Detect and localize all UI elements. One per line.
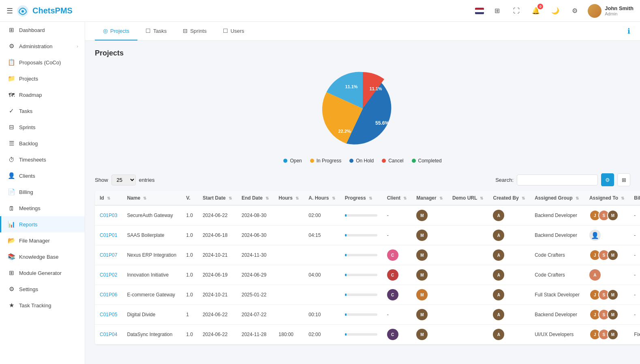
- sidebar-item-clients[interactable]: 👤 Clients: [0, 168, 85, 184]
- project-assigned-to: JSM: [584, 245, 629, 265]
- settings-button[interactable]: ⚙: [568, 4, 581, 17]
- filter-button[interactable]: ⚙: [601, 173, 614, 186]
- tab-label: Sprints: [190, 28, 206, 34]
- sidebar-item-meetings[interactable]: 🗓 Meetings: [0, 200, 85, 216]
- project-assigned-to: A: [584, 265, 629, 285]
- notifications-badge: 0: [537, 4, 543, 9]
- project-progress: [340, 325, 382, 345]
- sidebar-item-module-generator[interactable]: ⊞ Module Generator: [0, 265, 85, 281]
- sidebar-item-backlog[interactable]: ☰ Backlog: [0, 135, 85, 151]
- legend-cancel: Cancel: [382, 158, 403, 164]
- tab-sprints[interactable]: ⊟ Sprints: [175, 22, 214, 40]
- project-manager: M: [411, 245, 447, 265]
- chart-container: 11.1% 11.1% 55.6% 22.2% Open In Progress: [95, 64, 630, 164]
- project-start-date: 2024-06-18: [198, 226, 237, 245]
- project-id-link[interactable]: C01P05: [100, 312, 117, 317]
- sidebar-item-knowledge-base[interactable]: 📚 Knowledge Base: [0, 249, 85, 265]
- fullscreen-button[interactable]: ⛶: [510, 4, 523, 17]
- sidebar-item-billing[interactable]: 📄 Billing: [0, 184, 85, 200]
- sidebar-item-settings[interactable]: ⚙ Settings: [0, 281, 85, 297]
- sidebar-item-reports[interactable]: 📊 Reports: [0, 216, 85, 232]
- project-manager: M: [411, 265, 447, 285]
- theme-toggle[interactable]: 🌙: [549, 4, 562, 17]
- project-id-link[interactable]: C01P03: [100, 213, 117, 218]
- sidebar-item-label: File Manager: [19, 238, 50, 244]
- user-info[interactable]: John Smith Admin: [588, 4, 634, 18]
- project-name: Innovation Initiative: [122, 265, 181, 285]
- export-button[interactable]: ⊞: [617, 173, 630, 186]
- tab-users[interactable]: ☐ Users: [215, 22, 253, 40]
- project-id-link[interactable]: C01P07: [100, 252, 117, 258]
- onhold-dot: [349, 159, 353, 163]
- project-created-by: A: [488, 245, 530, 265]
- project-client: C: [382, 285, 412, 305]
- search-area: Search: ⚙ ⊞: [495, 173, 630, 186]
- sidebar-item-roadmap[interactable]: 🗺 Roadmap: [0, 87, 85, 103]
- col-end-date: End Date ⇅: [237, 191, 274, 205]
- project-hours: [274, 205, 304, 226]
- search-label: Search:: [495, 177, 514, 183]
- project-hours: [274, 226, 304, 245]
- project-client: -: [382, 205, 412, 226]
- project-demo-url: [447, 265, 488, 285]
- project-assigned-group: Full Stack Developer: [530, 285, 584, 305]
- reports-icon: 📊: [8, 221, 15, 228]
- tasks-tab-icon: ☐: [146, 28, 151, 34]
- project-assigned-group: Backend Developer: [530, 205, 584, 226]
- project-created-by: A: [488, 265, 530, 285]
- project-manager: M: [411, 226, 447, 245]
- sidebar-item-timesheets[interactable]: ⏱ Timesheets: [0, 151, 85, 168]
- entries-select[interactable]: 25 10 50 100: [111, 175, 136, 185]
- data-table: Id ⇅ Name ⇅ V. Start Date ⇅ End Date ⇅ H…: [95, 191, 640, 345]
- project-client: -: [382, 226, 412, 245]
- project-assigned-group: Backend Developer: [530, 305, 584, 325]
- tab-tasks[interactable]: ☐ Tasks: [137, 22, 175, 40]
- table-header: Id ⇅ Name ⇅ V. Start Date ⇅ End Date ⇅ H…: [95, 191, 640, 205]
- info-icon[interactable]: ℹ: [627, 27, 630, 36]
- project-id-link[interactable]: C01P02: [100, 272, 117, 278]
- project-demo-url: [447, 285, 488, 305]
- sidebar-item-proposals[interactable]: 📋 Proposals (CoCo): [0, 54, 85, 70]
- table-row: C01P02Innovation Initiative1.02024-06-19…: [95, 265, 640, 285]
- project-demo-url: [447, 205, 488, 226]
- project-id-link[interactable]: C01P01: [100, 232, 117, 238]
- sidebar-item-task-tracking[interactable]: ★ Task Tracking: [0, 297, 85, 313]
- tab-projects[interactable]: ◎ Projects: [95, 22, 137, 40]
- project-id-link[interactable]: C01P04: [100, 332, 117, 337]
- hamburger-button[interactable]: ☰: [6, 6, 13, 15]
- table-body: C01P03SecureAuth Gateway1.02024-06-22202…: [95, 205, 640, 345]
- legend-open-label: Open: [290, 158, 302, 164]
- col-start-date: Start Date ⇅: [198, 191, 237, 205]
- project-progress: [340, 205, 382, 226]
- legend-inprogress-label: In Progress: [317, 158, 341, 164]
- table-row: C01P01SAAS Boilerplate1.02024-06-182024-…: [95, 226, 640, 245]
- show-label: Show: [95, 177, 108, 183]
- apps-button[interactable]: ⊞: [490, 4, 503, 17]
- project-version: 1.0: [181, 265, 198, 285]
- sidebar-item-tasks[interactable]: ✓ Tasks: [0, 103, 85, 119]
- project-assigned-group: UI/UX Developers: [530, 325, 584, 345]
- sidebar-item-file-manager[interactable]: 📂 File Manager: [0, 232, 85, 249]
- project-version: 1.0: [181, 205, 198, 226]
- search-input[interactable]: [517, 175, 598, 185]
- language-flag[interactable]: [475, 8, 484, 14]
- sidebar-item-dashboard[interactable]: ⊞ Dashboard: [0, 22, 85, 38]
- sidebar-item-label: Dashboard: [19, 27, 45, 33]
- project-actual-hours: 04:15: [304, 226, 340, 245]
- main-content: ◎ Projects ☐ Tasks ⊟ Sprints ☐ Users ℹ: [85, 22, 640, 364]
- project-start-date: 2024-10-21: [198, 285, 237, 305]
- project-actual-hours: 04:00: [304, 265, 340, 285]
- table-row: C01P07Nexus ERP Integration1.02024-10-21…: [95, 245, 640, 265]
- billing-icon: 📄: [8, 188, 15, 196]
- legend-completed-label: Completed: [418, 158, 442, 164]
- sidebar-item-sprints[interactable]: ⊟ Sprints: [0, 119, 85, 135]
- project-assigned-group: Backend Developer: [530, 226, 584, 245]
- project-manager: M: [411, 285, 447, 305]
- project-created-by: A: [488, 305, 530, 325]
- project-id-link[interactable]: C01P06: [100, 292, 117, 298]
- sidebar-item-projects[interactable]: 📁 Projects: [0, 70, 85, 87]
- notifications-button[interactable]: 🔔 0: [529, 4, 542, 17]
- project-end-date: 2024-11-28: [237, 325, 274, 345]
- sidebar-item-label: Module Generator: [19, 270, 62, 276]
- sidebar-item-administration[interactable]: ⚙ Administration ›: [0, 38, 85, 54]
